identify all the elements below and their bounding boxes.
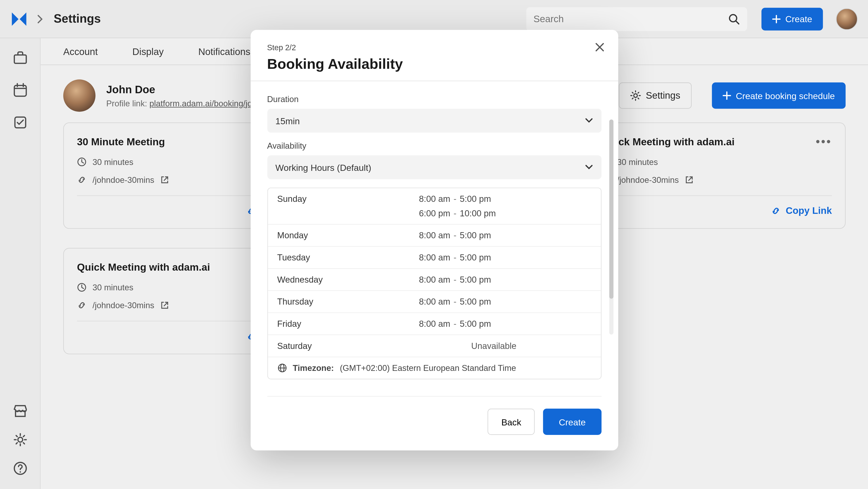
- modal-step: Step 2/2: [267, 43, 601, 52]
- booking-availability-modal: Step 2/2 Booking Availability Duration 1…: [250, 30, 618, 451]
- slot-end: 10:00 pm: [460, 208, 591, 218]
- slot-start: 8:00 am: [397, 275, 450, 284]
- slot-end: 5:00 pm: [460, 231, 591, 240]
- timezone-value: (GMT+02:00) Eastern European Standard Ti…: [340, 363, 516, 373]
- globe-icon: [277, 363, 287, 373]
- schedule-table: Sunday 8:00 am - 5:00 pm 6:00 pm - 10:00…: [267, 188, 601, 379]
- duration-value: 15min: [275, 116, 300, 126]
- duration-label: Duration: [267, 94, 601, 104]
- modal-overlay: Step 2/2 Booking Availability Duration 1…: [0, 0, 868, 489]
- availability-label: Availability: [267, 141, 601, 150]
- schedule-day: Sunday: [277, 194, 397, 204]
- schedule-row: Monday 8:00 am - 5:00 pm: [268, 225, 600, 247]
- modal-title: Booking Availability: [267, 56, 601, 73]
- availability-value: Working Hours (Default): [275, 162, 371, 172]
- schedule-row: Sunday 8:00 am - 5:00 pm 6:00 pm - 10:00…: [268, 188, 600, 225]
- schedule-unavailable: Unavailable: [397, 341, 591, 350]
- modal-scrollbar[interactable]: [609, 119, 613, 335]
- schedule-day: Wednesday: [277, 275, 397, 284]
- slot-start: 6:00 pm: [397, 208, 450, 218]
- chevron-down-icon: [585, 164, 593, 170]
- slot-start: 8:00 am: [397, 231, 450, 240]
- availability-select[interactable]: Working Hours (Default): [267, 155, 601, 179]
- chevron-down-icon: [585, 118, 593, 123]
- slot-end: 5:00 pm: [460, 194, 591, 204]
- slot-end: 5:00 pm: [460, 275, 591, 284]
- schedule-day: Thursday: [277, 297, 397, 307]
- schedule-row: Saturday Unavailable: [268, 335, 600, 357]
- schedule-row: Friday 8:00 am - 5:00 pm: [268, 313, 600, 335]
- slot-start: 8:00 am: [397, 253, 450, 262]
- slot-start: 8:00 am: [397, 194, 450, 204]
- modal-create-button[interactable]: Create: [544, 409, 601, 435]
- timezone-label: Timezone:: [293, 363, 334, 373]
- slot-end: 5:00 pm: [460, 297, 591, 307]
- slot-end: 5:00 pm: [460, 319, 591, 328]
- schedule-row: Tuesday 8:00 am - 5:00 pm: [268, 247, 600, 269]
- slot-end: 5:00 pm: [460, 253, 591, 262]
- close-icon[interactable]: [594, 42, 605, 53]
- slot-start: 8:00 am: [397, 297, 450, 307]
- schedule-day: Tuesday: [277, 253, 397, 262]
- schedule-day: Friday: [277, 319, 397, 328]
- schedule-day: Saturday: [277, 341, 397, 350]
- schedule-row: Thursday 8:00 am - 5:00 pm: [268, 291, 600, 313]
- schedule-day: Monday: [277, 231, 397, 240]
- schedule-row: Wednesday 8:00 am - 5:00 pm: [268, 269, 600, 291]
- duration-select[interactable]: 15min: [267, 109, 601, 133]
- back-button[interactable]: Back: [488, 409, 535, 435]
- modal-footer: Back Create: [267, 396, 601, 435]
- timezone-row: Timezone: (GMT+02:00) Eastern European S…: [268, 357, 600, 379]
- slot-start: 8:00 am: [397, 319, 450, 328]
